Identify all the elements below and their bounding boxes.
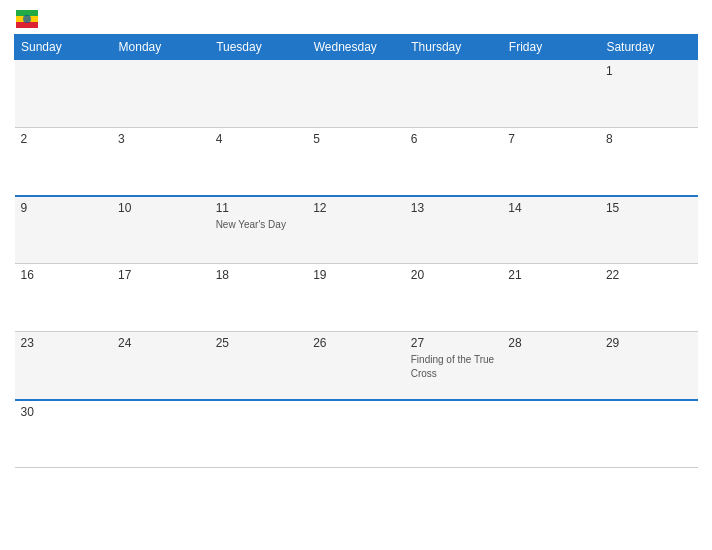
logo-flag-icon: [16, 10, 38, 28]
calendar-cell: 20: [405, 264, 503, 332]
calendar-cell: 19: [307, 264, 405, 332]
day-number: 24: [118, 336, 204, 350]
day-header-saturday: Saturday: [600, 35, 698, 60]
day-number: 29: [606, 336, 692, 350]
calendar-cell: 22: [600, 264, 698, 332]
calendar-cell: [307, 400, 405, 468]
calendar-cell: [112, 60, 210, 128]
calendar-cell: 3: [112, 128, 210, 196]
day-header-wednesday: Wednesday: [307, 35, 405, 60]
day-number: 6: [411, 132, 497, 146]
day-number: 13: [411, 201, 497, 215]
calendar-page: SundayMondayTuesdayWednesdayThursdayFrid…: [0, 0, 712, 550]
calendar-cell: 8: [600, 128, 698, 196]
calendar-cell: 28: [502, 332, 600, 400]
calendar-cell: 12: [307, 196, 405, 264]
holiday-label: Finding of the True Cross: [411, 354, 494, 379]
day-number: 18: [216, 268, 302, 282]
day-number: 27: [411, 336, 497, 350]
day-number: 16: [21, 268, 107, 282]
day-number: 9: [21, 201, 107, 215]
day-header-sunday: Sunday: [15, 35, 113, 60]
day-number: 23: [21, 336, 107, 350]
calendar-cell: [502, 60, 600, 128]
calendar-cell: [210, 400, 308, 468]
calendar-cell: 7: [502, 128, 600, 196]
week-row-3: 91011New Year's Day12131415: [15, 196, 698, 264]
calendar-cell: 11New Year's Day: [210, 196, 308, 264]
calendar-cell: 16: [15, 264, 113, 332]
week-row-5: 2324252627Finding of the True Cross2829: [15, 332, 698, 400]
calendar-cell: 5: [307, 128, 405, 196]
calendar-cell: [210, 60, 308, 128]
calendar-cell: [502, 400, 600, 468]
calendar-cell: 4: [210, 128, 308, 196]
calendar-cell: [15, 60, 113, 128]
day-number: 21: [508, 268, 594, 282]
calendar-cell: 30: [15, 400, 113, 468]
day-number: 5: [313, 132, 399, 146]
calendar-cell: 17: [112, 264, 210, 332]
day-header-friday: Friday: [502, 35, 600, 60]
day-number: 26: [313, 336, 399, 350]
calendar-cell: 10: [112, 196, 210, 264]
day-number: 12: [313, 201, 399, 215]
calendar-cell: 6: [405, 128, 503, 196]
week-row-1: 1: [15, 60, 698, 128]
calendar-cell: 24: [112, 332, 210, 400]
calendar-cell: 15: [600, 196, 698, 264]
calendar-cell: 26: [307, 332, 405, 400]
calendar-cell: 13: [405, 196, 503, 264]
day-number: 22: [606, 268, 692, 282]
days-header-row: SundayMondayTuesdayWednesdayThursdayFrid…: [15, 35, 698, 60]
day-number: 1: [606, 64, 692, 78]
day-number: 14: [508, 201, 594, 215]
calendar-cell: [405, 400, 503, 468]
day-number: 25: [216, 336, 302, 350]
week-row-2: 2345678: [15, 128, 698, 196]
calendar-cell: [405, 60, 503, 128]
day-number: 19: [313, 268, 399, 282]
day-number: 7: [508, 132, 594, 146]
calendar-table: SundayMondayTuesdayWednesdayThursdayFrid…: [14, 34, 698, 468]
day-header-monday: Monday: [112, 35, 210, 60]
day-number: 17: [118, 268, 204, 282]
day-number: 2: [21, 132, 107, 146]
calendar-cell: 25: [210, 332, 308, 400]
calendar-cell: 14: [502, 196, 600, 264]
day-number: 30: [21, 405, 107, 419]
calendar-cell: 21: [502, 264, 600, 332]
calendar-header: [14, 10, 698, 28]
calendar-cell: 29: [600, 332, 698, 400]
day-number: 8: [606, 132, 692, 146]
calendar-cell: 1: [600, 60, 698, 128]
logo: [14, 10, 38, 28]
calendar-cell: 9: [15, 196, 113, 264]
calendar-cell: [600, 400, 698, 468]
week-row-6: 30: [15, 400, 698, 468]
day-number: 3: [118, 132, 204, 146]
day-number: 15: [606, 201, 692, 215]
calendar-cell: 18: [210, 264, 308, 332]
calendar-cell: [307, 60, 405, 128]
holiday-label: New Year's Day: [216, 219, 286, 230]
calendar-cell: 23: [15, 332, 113, 400]
calendar-cell: [112, 400, 210, 468]
svg-point-3: [23, 15, 31, 23]
day-number: 11: [216, 201, 302, 215]
day-number: 10: [118, 201, 204, 215]
calendar-cell: 2: [15, 128, 113, 196]
week-row-4: 16171819202122: [15, 264, 698, 332]
day-number: 20: [411, 268, 497, 282]
day-number: 28: [508, 336, 594, 350]
day-number: 4: [216, 132, 302, 146]
calendar-cell: 27Finding of the True Cross: [405, 332, 503, 400]
day-header-tuesday: Tuesday: [210, 35, 308, 60]
day-header-thursday: Thursday: [405, 35, 503, 60]
